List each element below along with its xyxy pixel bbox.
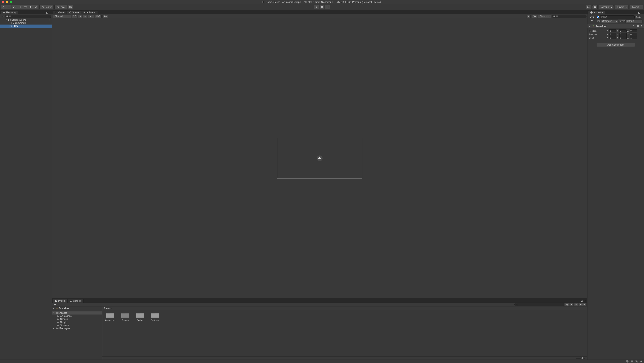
- help-icon[interactable]: ?: [632, 25, 635, 28]
- hierarchy-search-input[interactable]: [9, 15, 50, 18]
- position-x-input[interactable]: [609, 29, 616, 32]
- asset-folder-scripts[interactable]: Scripts: [134, 312, 146, 322]
- cloud-button[interactable]: [592, 5, 598, 9]
- layers-dropdown[interactable]: Layers: [615, 5, 628, 9]
- project-search[interactable]: [514, 303, 564, 306]
- scale-tool-button[interactable]: [17, 5, 22, 9]
- pause-button[interactable]: [319, 5, 325, 9]
- hidden-objects-toggle[interactable]: 0: [95, 14, 102, 18]
- layer-dropdown[interactable]: Default: [626, 19, 642, 23]
- code-optimization-icon[interactable]: [640, 360, 642, 363]
- asset-folder-textures[interactable]: Textures: [149, 312, 162, 322]
- tab-animator[interactable]: Animator: [81, 10, 98, 14]
- maximize-window-button[interactable]: [10, 1, 12, 3]
- grid-dropdown[interactable]: [102, 14, 108, 18]
- lock-icon[interactable]: [46, 12, 48, 14]
- position-y-input[interactable]: [619, 29, 626, 32]
- rect-tool-button[interactable]: [22, 5, 28, 9]
- asset-folder-animations[interactable]: Animations: [104, 312, 116, 322]
- preset-icon[interactable]: [636, 25, 639, 28]
- scene-viewport[interactable]: [52, 18, 587, 298]
- thumbnail-size-slider[interactable]: [576, 358, 585, 358]
- save-search-button[interactable]: ★: [574, 303, 578, 306]
- project-folder-textures[interactable]: Textures: [52, 324, 102, 327]
- rotation-z-input[interactable]: [630, 33, 637, 36]
- hierarchy-scene-row[interactable]: ▼ SampleScene ⋮: [0, 18, 52, 22]
- snap-button[interactable]: [68, 5, 74, 9]
- progress-icon[interactable]: [635, 360, 638, 363]
- account-dropdown[interactable]: Account: [599, 5, 614, 9]
- static-dropdown[interactable]: [642, 16, 642, 18]
- gizmos-dropdown[interactable]: Gizmos: [538, 14, 551, 18]
- tab-console[interactable]: Console: [68, 299, 84, 303]
- cache-server-icon[interactable]: [630, 360, 633, 363]
- layout-dropdown[interactable]: Layout: [630, 5, 643, 9]
- hierarchy-item-camera[interactable]: Main Camera: [0, 22, 52, 24]
- tab-project[interactable]: Project: [53, 299, 68, 303]
- gameobject-name-input[interactable]: [600, 15, 634, 19]
- minimize-window-button[interactable]: [6, 1, 8, 3]
- transform-tools: [1, 5, 39, 10]
- close-window-button[interactable]: [2, 1, 4, 3]
- tab-inspector[interactable]: Inspector: [588, 10, 605, 14]
- lock-icon[interactable]: [638, 12, 640, 14]
- scale-x-input[interactable]: [609, 36, 616, 39]
- context-menu-icon[interactable]: ⋮: [640, 25, 643, 28]
- tab-game[interactable]: Game: [53, 10, 67, 14]
- tab-scene[interactable]: Scene: [67, 10, 81, 14]
- mode-2d-toggle[interactable]: 2D: [72, 14, 78, 18]
- audio-toggle[interactable]: [83, 14, 88, 18]
- lighting-toggle[interactable]: [78, 14, 82, 18]
- scale-z-input[interactable]: [630, 36, 637, 39]
- auto-generate-lighting-icon[interactable]: [626, 360, 629, 363]
- tag-dropdown[interactable]: Untagged: [601, 19, 618, 23]
- gameobject-active-checkbox[interactable]: [597, 16, 599, 18]
- step-button[interactable]: [325, 5, 330, 9]
- camera-settings-dropdown[interactable]: [531, 14, 537, 18]
- scene-search[interactable]: [552, 14, 586, 18]
- filter-by-label-button[interactable]: [570, 303, 574, 306]
- rotation-y-input[interactable]: [619, 33, 626, 36]
- project-assets-root[interactable]: ▼ Assets: [52, 312, 102, 314]
- project-search-input[interactable]: [518, 304, 563, 306]
- project-folder-scenes[interactable]: Scenes: [52, 318, 102, 321]
- component-header[interactable]: ▼ Transform ? ⋮: [588, 24, 644, 28]
- asset-folder-scenes[interactable]: Scenes: [119, 312, 132, 322]
- rotate-tool-button[interactable]: [12, 5, 17, 9]
- position-z-input[interactable]: [630, 29, 637, 32]
- play-button[interactable]: [314, 5, 319, 9]
- create-dropdown[interactable]: +▾: [1, 15, 4, 18]
- project-breadcrumb[interactable]: Assets: [102, 306, 587, 310]
- hand-tool-button[interactable]: [1, 5, 6, 9]
- hierarchy-search[interactable]: [5, 14, 51, 18]
- context-menu-icon[interactable]: ⋮: [584, 300, 586, 303]
- transform-tool-button[interactable]: [28, 5, 33, 9]
- context-menu-icon[interactable]: ⋮: [640, 12, 643, 14]
- scene-search-input[interactable]: [556, 15, 585, 18]
- tab-hierarchy[interactable]: Hierarchy: [1, 10, 18, 14]
- shading-mode-dropdown[interactable]: Shaded: [53, 14, 71, 18]
- project-folder-scripts[interactable]: Scripts: [52, 321, 102, 324]
- fx-dropdown[interactable]: [88, 14, 94, 18]
- context-menu-icon[interactable]: ⋮: [48, 12, 51, 14]
- project-packages-root[interactable]: ▶ Packages: [52, 327, 102, 330]
- create-asset-dropdown[interactable]: +▾: [53, 303, 57, 306]
- hierarchy-item-plane[interactable]: Plane: [0, 24, 52, 28]
- scene-menu-icon[interactable]: ⋮: [48, 18, 50, 21]
- filter-by-type-button[interactable]: [565, 303, 569, 306]
- rotation-x-input[interactable]: [609, 33, 616, 36]
- project-favorites[interactable]: ▶ ★ Favorites: [52, 307, 102, 310]
- custom-tool-button[interactable]: [33, 5, 38, 9]
- component-tools-button[interactable]: [526, 14, 530, 18]
- project-folder-animations[interactable]: Animations: [52, 314, 102, 318]
- star-icon: ★: [56, 307, 58, 310]
- scale-y-input[interactable]: [619, 36, 626, 39]
- add-component-button[interactable]: Add Component: [597, 43, 635, 47]
- move-tool-button[interactable]: [6, 5, 12, 9]
- collab-button[interactable]: [586, 5, 591, 9]
- lock-icon[interactable]: [581, 300, 584, 303]
- hidden-packages-toggle[interactable]: 18: [579, 303, 586, 306]
- pivot-center-button[interactable]: Center: [40, 5, 54, 9]
- context-menu-icon[interactable]: ⋮: [584, 12, 586, 14]
- pivot-local-button[interactable]: Local: [54, 5, 67, 9]
